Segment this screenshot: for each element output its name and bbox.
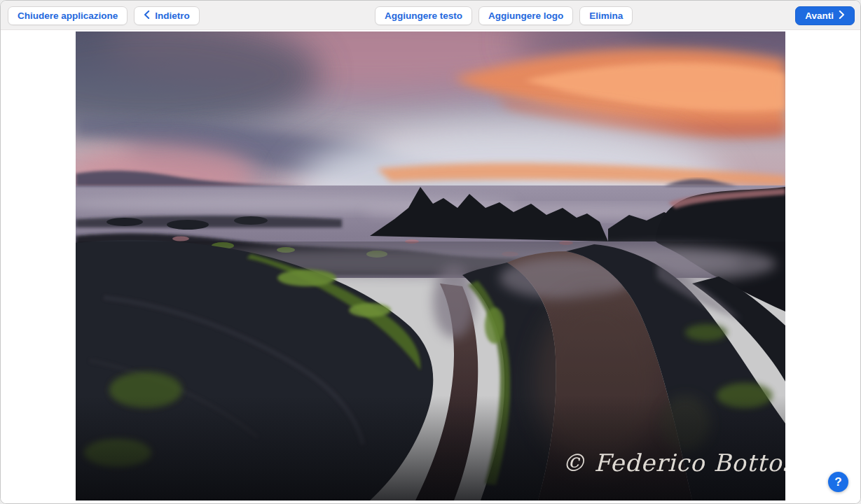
toolbar: Chiudere applicazione Indietro Aggiunger… <box>1 1 860 30</box>
toolbar-left-group: Chiudere applicazione Indietro <box>8 6 200 25</box>
delete-label: Elimina <box>589 10 623 21</box>
add-text-label: Aggiungere testo <box>385 10 462 21</box>
add-logo-button[interactable]: Aggiungere logo <box>478 6 573 25</box>
toolbar-right-group: Avanti <box>795 6 855 25</box>
toolbar-center-group: Aggiungere testo Aggiungere logo Elimina <box>375 6 633 25</box>
back-label: Indietro <box>155 10 190 21</box>
close-application-label: Chiudere applicazione <box>18 10 118 21</box>
editor-content-area: © Federico Bottos ? <box>1 30 860 503</box>
next-button[interactable]: Avanti <box>795 6 855 25</box>
chevron-right-icon <box>839 10 845 21</box>
delete-button[interactable]: Elimina <box>579 6 633 25</box>
watermark-text: © Federico Bottos <box>561 449 785 477</box>
app-window: Chiudere applicazione Indietro Aggiunger… <box>0 0 861 504</box>
add-text-button[interactable]: Aggiungere testo <box>375 6 472 25</box>
add-logo-label: Aggiungere logo <box>488 10 563 21</box>
next-label: Avanti <box>805 10 834 21</box>
help-question-icon: ? <box>834 475 841 489</box>
photo-canvas[interactable]: © Federico Bottos <box>76 31 785 500</box>
back-button[interactable]: Indietro <box>134 6 200 25</box>
seascape-photo: © Federico Bottos <box>76 31 785 500</box>
help-button[interactable]: ? <box>828 472 848 492</box>
close-application-button[interactable]: Chiudere applicazione <box>8 6 128 25</box>
chevron-left-icon <box>144 10 150 21</box>
